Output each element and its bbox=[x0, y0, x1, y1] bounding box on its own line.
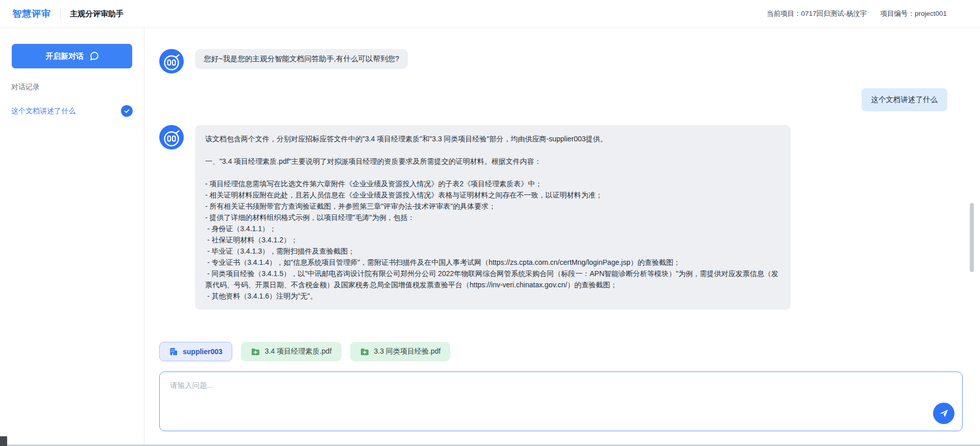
chat-bubble-icon bbox=[89, 52, 99, 61]
folder-plus-icon bbox=[360, 347, 370, 357]
question-input[interactable] bbox=[159, 371, 963, 431]
bot-greeting-bubble: 您好~我是您的主观分智能文档问答助手,有什么可以帮到您? bbox=[195, 49, 408, 69]
chat-main: 您好~我是您的主观分智能文档问答助手,有什么可以帮到您? 这个文档讲述了什么 bbox=[144, 28, 980, 446]
folder-plus-icon bbox=[251, 347, 260, 357]
bot-message-row: 该文档包含两个文件，分别对应招标应答文件中的"3.4 项目经理素质"和"3.3 … bbox=[159, 125, 980, 310]
sidebar-item-document-question[interactable]: 这个文档讲述了什么 bbox=[11, 105, 133, 117]
top-header: 智慧评审 主观分评审助手 当前项目：0717回归测试-杨汶宇 项目编号：proj… bbox=[0, 0, 980, 28]
current-project: 当前项目：0717回归测试-杨汶宇 bbox=[767, 9, 867, 18]
current-project-label: 当前项目： bbox=[767, 10, 801, 17]
chip-label: 3.4 项目经理素质.pdf bbox=[265, 347, 332, 356]
chip-supplier003[interactable]: supplier003 bbox=[159, 342, 232, 361]
building-icon bbox=[169, 347, 178, 356]
page-title: 主观分评审助手 bbox=[70, 9, 124, 19]
sidebar-item-label: 这个文档讲述了什么 bbox=[11, 107, 76, 116]
header-divider bbox=[60, 9, 61, 19]
bot-avatar-icon bbox=[159, 125, 184, 150]
attachment-chips: supplier003 3.4 项目经理素质.pdf bbox=[159, 342, 963, 361]
user-question-bubble: 这个文档讲述了什么 bbox=[862, 88, 948, 111]
dock-corner-fragment bbox=[0, 436, 7, 446]
chip-label: supplier003 bbox=[183, 348, 223, 356]
composer bbox=[159, 371, 963, 431]
bot-avatar-icon bbox=[159, 49, 184, 73]
header-project-info: 当前项目：0717回归测试-杨汶宇 项目编号：project001 bbox=[767, 9, 947, 18]
bot-message-row: 您好~我是您的主观分智能文档问答助手,有什么可以帮到您? bbox=[159, 49, 980, 73]
app-window: 智慧评审 主观分评审助手 当前项目：0717回归测试-杨汶宇 项目编号：proj… bbox=[0, 0, 980, 446]
check-circle-icon bbox=[121, 105, 133, 117]
chat-message-list: 您好~我是您的主观分智能文档问答助手,有什么可以帮到您? 这个文档讲述了什么 bbox=[144, 28, 980, 326]
chat-scrollbar-thumb[interactable] bbox=[970, 203, 974, 272]
current-project-value: 0717回归测试-杨汶宇 bbox=[801, 10, 867, 17]
history-section-label: 对话记录 bbox=[11, 83, 144, 92]
chip-label: 3.3 同类项目经验.pdf bbox=[374, 347, 441, 356]
chip-pdf-3-4[interactable]: 3.4 项目经理素质.pdf bbox=[241, 342, 341, 361]
new-chat-button-label: 开启新对话 bbox=[45, 52, 84, 61]
send-button[interactable] bbox=[933, 403, 954, 424]
project-number-value: project001 bbox=[915, 10, 947, 17]
user-message-row: 这个文档讲述了什么 bbox=[159, 88, 980, 111]
sidebar: 开启新对话 对话记录 这个文档讲述了什么 bbox=[0, 28, 144, 446]
chip-pdf-3-3[interactable]: 3.3 同类项目经验.pdf bbox=[350, 342, 451, 361]
project-number-label: 项目编号： bbox=[880, 10, 915, 17]
project-number: 项目编号：project001 bbox=[880, 9, 947, 18]
brand-logo: 智慧评审 bbox=[12, 8, 51, 20]
paper-plane-icon bbox=[938, 408, 949, 419]
bot-answer-bubble: 该文档包含两个文件，分别对应招标应答文件中的"3.4 项目经理素质"和"3.3 … bbox=[195, 125, 791, 310]
composer-panel: supplier003 3.4 项目经理素质.pdf bbox=[159, 342, 963, 431]
new-chat-button[interactable]: 开启新对话 bbox=[12, 44, 132, 68]
